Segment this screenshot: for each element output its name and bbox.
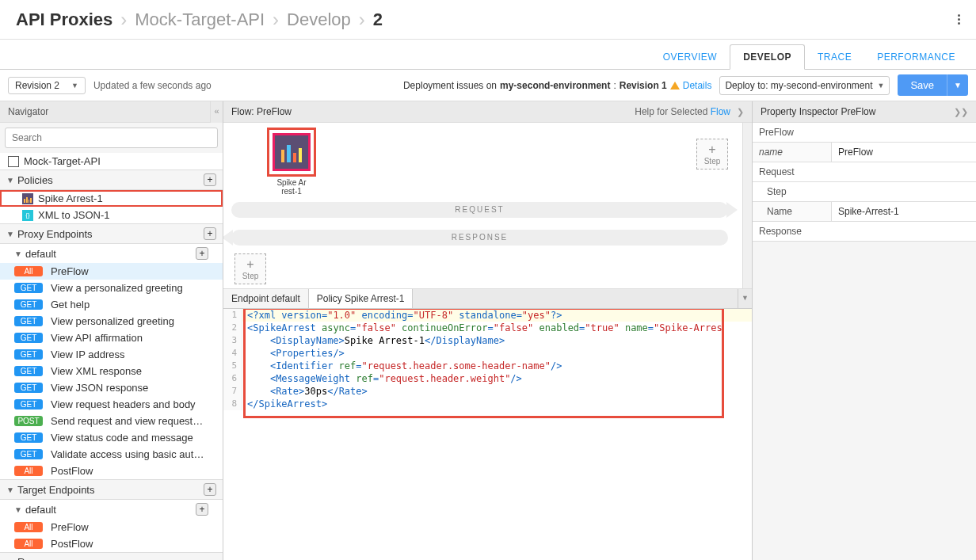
method-badge: All [14, 266, 43, 276]
add-flow-button[interactable]: + [196, 247, 208, 260]
flow-label: View request headers and body [51, 398, 196, 410]
code-tabs-dropdown[interactable]: ▼ [738, 289, 752, 308]
save-dropdown-button[interactable]: ▼ [947, 74, 968, 96]
help-flow-link[interactable]: Flow [711, 106, 730, 117]
tree-root[interactable]: Mock-Target-API [0, 153, 223, 170]
flow-item[interactable]: AllPreFlow [0, 263, 223, 280]
tab-trace[interactable]: TRACE [805, 45, 864, 69]
tab-performance[interactable]: PERFORMANCE [864, 45, 968, 69]
prop-section-response: Response [753, 222, 976, 242]
method-badge: GET [14, 283, 43, 293]
code-editor[interactable]: 1<?xml version="1.0" encoding="UTF-8" st… [223, 309, 752, 560]
flow-item[interactable]: GETGet help [0, 296, 223, 313]
collapse-nav-icon[interactable]: « [210, 101, 223, 123]
policy-xml-to-json[interactable]: {}XML to JSON-1 [0, 207, 223, 223]
breadcrumb-revision: 2 [373, 10, 383, 30]
add-response-step-button[interactable]: +Step [234, 253, 266, 284]
flow-item[interactable]: GETView a personalized greeting [0, 280, 223, 296]
search-input[interactable] [5, 128, 218, 148]
add-proxy-endpoint-button[interactable]: + [204, 227, 216, 240]
section-proxy-endpoints[interactable]: ▼Proxy Endpoints+ [0, 223, 223, 244]
add-request-step-button[interactable]: +Step [696, 139, 728, 170]
code-tab-policy[interactable]: Policy Spike Arrest-1 [309, 289, 414, 308]
navigator-panel: Navigator « Mock-Target-API ▼Policies+ S… [0, 101, 223, 560]
section-target-endpoints[interactable]: ▼Target Endpoints+ [0, 479, 223, 500]
flow-label: PostFlow [51, 465, 93, 477]
property-inspector-panel: Property Inspector PreFlow❯❯ PreFlow nam… [753, 101, 976, 560]
target-endpoint-default[interactable]: ▼default+ [0, 500, 223, 519]
method-badge: All [14, 539, 43, 549]
flow-label: Get help [51, 299, 90, 310]
flow-item[interactable]: GETValidate access using basic aut… [0, 446, 223, 463]
revision-select[interactable]: Revision 2▼ [8, 77, 86, 94]
flow-item[interactable]: GETView JSON response [0, 379, 223, 396]
flow-label: View XML response [51, 365, 142, 377]
flow-item[interactable]: GETView request headers and body [0, 396, 223, 413]
code-tab-endpoint[interactable]: Endpoint default [223, 289, 309, 308]
details-link[interactable]: Details [683, 80, 712, 91]
flow-item[interactable]: AllPreFlow [0, 519, 223, 535]
flow-label: View a personalized greeting [51, 282, 183, 294]
breadcrumb: API Proxies › Mock-Target-API › Develop … [16, 9, 383, 31]
flow-label: Validate access using basic aut… [51, 448, 204, 460]
flow-label: View JSON response [51, 382, 148, 394]
tab-develop[interactable]: DEVELOP [730, 44, 805, 70]
flow-item[interactable]: GETView status code and message [0, 429, 223, 446]
flow-item[interactable]: GETView API affirmation [0, 330, 223, 346]
prop-section-preflow: PreFlow [753, 123, 976, 143]
flow-item[interactable]: GETView IP address [0, 346, 223, 363]
flow-item[interactable]: GETView personalized greeting [0, 313, 223, 330]
section-resources[interactable]: ▼Resources [0, 552, 223, 560]
flow-item[interactable]: AllPostFlow [0, 535, 223, 552]
request-pipe: REQUEST [231, 202, 728, 218]
xml-json-icon: {} [22, 210, 33, 221]
policy-spike-arrest[interactable]: Spike Arrest-1 [0, 190, 223, 207]
arrow-left-icon [223, 230, 233, 246]
flow-label: Send request and view request… [51, 415, 203, 427]
scrollbar[interactable] [742, 123, 752, 288]
breadcrumb-develop[interactable]: Develop [287, 10, 351, 30]
prop-name-value[interactable]: PreFlow [832, 143, 976, 162]
deploy-to-select[interactable]: Deploy to: my-second-environment ▼ [719, 76, 890, 95]
prop-step-name-value[interactable]: Spike-Arrest-1 [832, 202, 976, 221]
proxy-endpoint-default[interactable]: ▼default+ [0, 244, 223, 263]
add-policy-button[interactable]: + [204, 173, 216, 186]
add-target-flow-button[interactable]: + [196, 503, 208, 516]
breadcrumb-root[interactable]: API Proxies [16, 10, 112, 30]
breadcrumb-proxy[interactable]: Mock-Target-API [135, 10, 265, 30]
prop-section-request: Request [753, 162, 976, 182]
method-badge: GET [14, 449, 43, 459]
flow-item[interactable]: POSTSend request and view request… [0, 413, 223, 429]
method-badge: GET [14, 316, 43, 326]
method-badge: POST [14, 416, 43, 426]
method-badge: GET [14, 432, 43, 443]
flow-label: PostFlow [51, 538, 93, 550]
spike-arrest-icon [273, 133, 311, 171]
main-tabs: OVERVIEW DEVELOP TRACE PERFORMANCE [0, 40, 976, 70]
flow-item[interactable]: AllPostFlow [0, 463, 223, 479]
chevron-down-icon: ▼ [878, 82, 885, 90]
expand-prop-icon[interactable]: ❯❯ [954, 107, 968, 117]
add-target-endpoint-button[interactable]: + [204, 483, 216, 496]
flow-label: View personalized greeting [51, 315, 174, 327]
deployment-message: Deployment issues on my-second-environme… [403, 80, 711, 91]
arrow-right-icon [726, 202, 738, 218]
flow-item[interactable]: GETView XML response [0, 363, 223, 379]
save-button[interactable]: Save [898, 74, 947, 96]
section-policies[interactable]: ▼Policies+ [0, 170, 223, 190]
api-icon [8, 156, 19, 167]
flow-step-spike-arrest[interactable]: Spike Ar rest-1 [267, 128, 316, 196]
center-panel: Flow: PreFlow Help for Selected Flow ❯ S… [223, 101, 753, 560]
flow-label: View IP address [51, 349, 124, 360]
prop-section-step: Step [753, 182, 976, 202]
flow-header: Flow: PreFlow Help for Selected Flow ❯ [223, 101, 752, 123]
collapse-flow-icon[interactable]: ❯ [737, 107, 744, 117]
warning-icon [670, 82, 680, 90]
toolbar: Revision 2▼ Updated a few seconds ago De… [0, 70, 976, 101]
flow-label: View status code and message [51, 432, 193, 444]
kebab-menu-icon[interactable] [958, 14, 960, 25]
method-badge: GET [14, 366, 43, 376]
tab-overview[interactable]: OVERVIEW [650, 45, 730, 69]
flow-canvas: Spike Ar rest-1 +Step REQUEST RESPONSE +… [223, 123, 752, 289]
flow-label: PreFlow [51, 521, 89, 533]
